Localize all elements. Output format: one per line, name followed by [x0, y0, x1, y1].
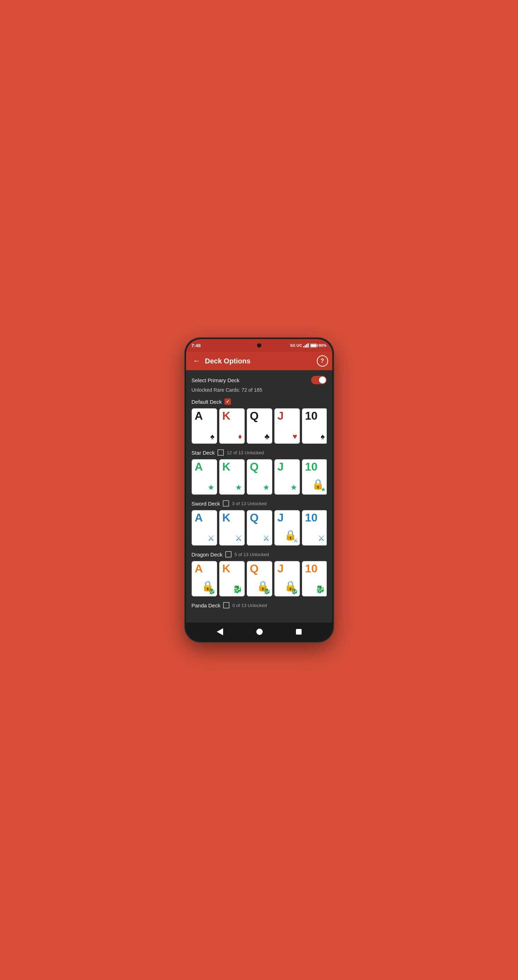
card-suit-2-0: ⚔: [207, 534, 215, 543]
card-0-0[interactable]: A♠: [192, 408, 217, 444]
card-letter-0-1: K: [222, 410, 231, 422]
card-3-2[interactable]: Q🔒🐉: [247, 561, 272, 597]
card-letter-3-1: K: [222, 563, 231, 574]
toggle-knob: [319, 377, 326, 383]
primary-deck-label: Select Primary Deck: [192, 377, 240, 383]
back-triangle-icon: [217, 628, 223, 635]
card-suit-3-1: 🐉: [233, 585, 242, 594]
card-letter-3-3: J: [277, 563, 284, 574]
card-1-1[interactable]: K★: [219, 459, 245, 495]
cards-row-2: A⚔K⚔Q⚔J🔒⚔10⚔: [192, 510, 327, 546]
deck-section-2: Sword Deck3 of 13 UnlockedA⚔K⚔Q⚔J🔒⚔10⚔: [192, 500, 327, 546]
card-suit-1-3: ★: [290, 483, 297, 492]
card-suit-0-0: ♠: [210, 432, 215, 441]
nav-recent-button[interactable]: [296, 629, 301, 635]
primary-deck-toggle[interactable]: [311, 376, 327, 384]
deck-unlock-count-1: 12 of 13 Unlocked: [226, 450, 264, 455]
deck-checkbox-1[interactable]: [217, 449, 224, 456]
deck-unlock-count-4: 0 of 13 Unlocked: [232, 603, 267, 608]
deck-checkbox-0[interactable]: [225, 398, 231, 405]
card-letter-1-1: K: [222, 461, 231, 473]
card-suit-small-1-4: ★: [321, 486, 326, 493]
card-2-1[interactable]: K⚔: [219, 510, 245, 546]
decks-container: Default DeckA♠K♦Q♣J♥10♠Star Deck12 of 13…: [192, 398, 327, 608]
card-suit-3-4: 🐉: [316, 585, 325, 594]
deck-section-1: Star Deck12 of 13 UnlockedA★K★Q★J★10🔒★: [192, 449, 327, 495]
battery-label: 90%: [319, 343, 326, 347]
card-suit-0-2: ♣: [265, 432, 269, 441]
card-letter-2-1: K: [222, 512, 231, 523]
status-right: 5G UC 90%: [290, 343, 327, 347]
content-area: Select Primary Deck Unlocked Rare Cards:…: [186, 370, 332, 622]
unlocked-rare-text: Unlocked Rare Cards: 72 of 185: [192, 387, 327, 393]
card-letter-3-4: 10: [305, 563, 318, 574]
card-letter-2-2: Q: [250, 512, 259, 523]
deck-name-3: Dragon Deck: [192, 552, 223, 557]
card-3-0[interactable]: A🔒🐉: [192, 561, 217, 597]
card-suit-0-1: ♦: [238, 432, 242, 441]
card-letter-1-3: J: [277, 461, 284, 473]
deck-name-4: Panda Deck: [192, 603, 221, 608]
card-suit-1-0: ★: [207, 483, 215, 492]
card-letter-0-3: J: [277, 410, 284, 422]
status-bar: 7:48 5G UC 90%: [186, 339, 332, 352]
card-suit-small-2-3: ⚔: [293, 537, 298, 544]
card-0-1[interactable]: K♦: [219, 408, 245, 444]
card-letter-2-4: 10: [305, 512, 318, 523]
card-letter-1-2: Q: [250, 461, 259, 473]
card-suit-small-3-0: 🐉: [208, 588, 215, 595]
home-circle-icon: [257, 628, 263, 635]
deck-section-0: Default DeckA♠K♦Q♣J♥10♠: [192, 398, 327, 444]
help-button[interactable]: ?: [317, 355, 328, 367]
deck-section-3: Dragon Deck5 of 13 UnlockedA🔒🐉K🐉Q🔒🐉J🔒🐉10…: [192, 551, 327, 597]
deck-header-2: Sword Deck3 of 13 Unlocked: [192, 500, 327, 507]
card-suit-small-3-3: 🐉: [291, 588, 298, 595]
card-1-0[interactable]: A★: [192, 459, 217, 495]
deck-header-1: Star Deck12 of 13 Unlocked: [192, 449, 327, 456]
card-1-2[interactable]: Q★: [247, 459, 272, 495]
card-1-3[interactable]: J★: [274, 459, 300, 495]
card-suit-2-2: ⚔: [263, 534, 270, 543]
card-0-4[interactable]: 10♠: [302, 408, 327, 444]
deck-name-1: Star Deck: [192, 450, 215, 456]
card-suit-0-3: ♥: [292, 432, 297, 441]
card-0-2[interactable]: Q♣: [247, 408, 272, 444]
signal-icon: [303, 343, 309, 347]
phone-device: 7:48 5G UC 90% ← Deck Options ?: [185, 338, 333, 642]
deck-unlock-count-3: 5 of 13 Unlocked: [234, 552, 269, 557]
card-2-2[interactable]: Q⚔: [247, 510, 272, 546]
deck-checkbox-2[interactable]: [223, 500, 229, 507]
cards-row-1: A★K★Q★J★10🔒★: [192, 459, 327, 495]
card-suit-0-4: ♠: [321, 432, 325, 441]
card-letter-1-4: 10: [305, 461, 318, 473]
card-suit-2-4: ⚔: [318, 534, 325, 543]
primary-deck-row: Select Primary Deck: [192, 376, 327, 384]
deck-unlock-count-2: 3 of 13 Unlocked: [232, 501, 266, 506]
nav-home-button[interactable]: [257, 628, 263, 635]
card-letter-0-0: A: [195, 410, 203, 422]
card-letter-3-2: Q: [250, 563, 259, 574]
card-2-0[interactable]: A⚔: [192, 510, 217, 546]
card-letter-1-0: A: [195, 461, 203, 473]
card-0-3[interactable]: J♥: [274, 408, 300, 444]
nav-back-button[interactable]: [217, 628, 223, 635]
deck-name-2: Sword Deck: [192, 501, 220, 507]
back-button[interactable]: ←: [190, 355, 204, 367]
deck-section-4: Panda Deck0 of 13 Unlocked: [192, 602, 327, 608]
deck-checkbox-3[interactable]: [225, 551, 232, 557]
card-2-3[interactable]: J🔒⚔: [274, 510, 300, 546]
deck-checkbox-4[interactable]: [223, 602, 230, 608]
network-label: 5G UC: [290, 343, 302, 347]
card-2-4[interactable]: 10⚔: [302, 510, 327, 546]
deck-name-0: Default Deck: [192, 399, 222, 405]
app-bar: ← Deck Options ?: [186, 352, 332, 370]
deck-header-3: Dragon Deck5 of 13 Unlocked: [192, 551, 327, 557]
card-3-3[interactable]: J🔒🐉: [274, 561, 300, 597]
card-letter-3-0: A: [195, 563, 203, 574]
card-letter-0-2: Q: [250, 410, 259, 422]
card-3-4[interactable]: 10🐉: [302, 561, 327, 597]
card-3-1[interactable]: K🐉: [219, 561, 245, 597]
card-1-4[interactable]: 10🔒★: [302, 459, 327, 495]
app-title: Deck Options: [205, 357, 317, 365]
camera-notch: [257, 343, 261, 347]
